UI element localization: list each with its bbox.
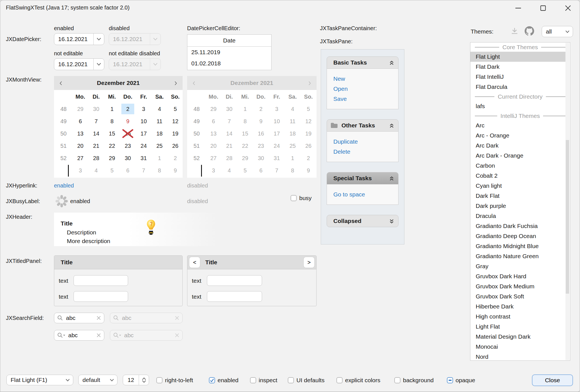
- theme-list-item[interactable]: Material Design Dark: [470, 332, 570, 342]
- calendar-day[interactable]: 30: [88, 103, 104, 115]
- theme-list-item[interactable]: Flat IntelliJ: [470, 72, 570, 82]
- busy-checkbox-box[interactable]: [291, 195, 297, 201]
- theme-list-item[interactable]: Gradianto Deep Ocean: [470, 231, 570, 241]
- theme-list-item[interactable]: Arc Dark: [470, 141, 570, 151]
- github-button[interactable]: [523, 25, 536, 37]
- task-link[interactable]: New: [327, 74, 398, 84]
- checkbox-background[interactable]: background: [394, 377, 434, 384]
- calendar-day[interactable]: 16: [120, 127, 136, 140]
- calendar-day[interactable]: 30: [120, 152, 136, 164]
- calendar-day[interactable]: 9: [168, 164, 183, 177]
- theme-list-item[interactable]: Flat Dark: [470, 62, 570, 72]
- theme-list-item[interactable]: Gradianto Midnight Blue: [470, 241, 570, 251]
- calendar-day[interactable]: 12: [168, 115, 183, 127]
- calendar-day[interactable]: 7: [136, 164, 152, 177]
- busy-checkbox[interactable]: busy: [291, 195, 312, 201]
- titled-panel-prev-button[interactable]: <: [189, 257, 200, 268]
- checkbox-opaque[interactable]: opaque: [447, 377, 475, 384]
- theme-list-item[interactable]: Monocai: [470, 342, 570, 352]
- prev-month-button[interactable]: [57, 80, 65, 87]
- checkbox-explicit-colors[interactable]: explicit colors: [336, 377, 380, 384]
- datepicker-dropdown-button[interactable]: [93, 59, 104, 70]
- calendar-day[interactable]: 6: [120, 164, 136, 177]
- date-table-row[interactable]: 25.11.2019: [187, 47, 271, 58]
- calendar-day[interactable]: 1: [152, 152, 168, 164]
- calendar-day[interactable]: 20: [72, 140, 88, 152]
- download-themes-button[interactable]: [508, 25, 521, 37]
- checkbox-inspect[interactable]: inspect: [250, 377, 277, 384]
- task-link[interactable]: Duplicate: [327, 137, 398, 147]
- theme-list-item[interactable]: Gruvbox Dark Medium: [470, 281, 570, 291]
- theme-list-item[interactable]: Dark Flat: [470, 191, 570, 201]
- theme-list-item[interactable]: Light Flat: [470, 322, 570, 332]
- task-link[interactable]: Go to space: [327, 189, 398, 199]
- text-field[interactable]: [74, 275, 128, 286]
- theme-list-item[interactable]: Cobalt 2: [470, 171, 570, 181]
- calendar-day[interactable]: 6: [72, 115, 88, 127]
- theme-list-item[interactable]: Gradianto Nature Green: [470, 251, 570, 261]
- calendar-day[interactable]: 28: [88, 152, 104, 164]
- calendar-day[interactable]: 4: [88, 164, 104, 177]
- theme-list-item[interactable]: Hiberbee Dark: [470, 301, 570, 312]
- search-value[interactable]: abc: [66, 315, 96, 321]
- maximize-button[interactable]: [534, 3, 552, 14]
- titled-panel-next-button[interactable]: >: [304, 257, 314, 268]
- checkbox-background-box[interactable]: [394, 377, 400, 383]
- datepicker-field[interactable]: 16.12.2021: [54, 33, 104, 45]
- next-month-button[interactable]: [172, 80, 179, 87]
- checkbox-explicit-colors-box[interactable]: [336, 377, 343, 383]
- search-field[interactable]: abc: [54, 313, 104, 323]
- checkbox-inspect-box[interactable]: [250, 377, 256, 383]
- checkbox-enabled[interactable]: enabled: [209, 377, 239, 384]
- calendar-day[interactable]: 29: [104, 152, 120, 164]
- search-dropdown-icon[interactable]: [57, 332, 65, 338]
- date-table-row[interactable]: 01.02.2018: [187, 58, 271, 69]
- calendar-day[interactable]: 14: [88, 127, 104, 140]
- theme-list-item[interactable]: Gray: [470, 261, 570, 271]
- theme-list-item[interactable]: lafs: [470, 101, 570, 111]
- calendar-day[interactable]: 3: [136, 103, 152, 115]
- calendar-day[interactable]: 7: [88, 115, 104, 127]
- theme-list-item[interactable]: Dark purple: [470, 201, 570, 211]
- task-link[interactable]: Open: [327, 84, 398, 94]
- taskpane-header[interactable]: Special Tasks: [327, 172, 399, 184]
- checkbox-ui-defaults[interactable]: UI defaults: [288, 377, 324, 384]
- theme-list-item[interactable]: High contrast: [470, 312, 570, 322]
- calendar-day[interactable]: 2: [168, 152, 183, 164]
- theme-list-item[interactable]: Dracula: [470, 211, 570, 221]
- theme-list-item[interactable]: Arc - Orange: [470, 130, 570, 141]
- taskpane-header[interactable]: Other Tasks: [327, 119, 399, 132]
- font-size-spinner[interactable]: 12: [123, 375, 149, 385]
- task-link[interactable]: Delete: [327, 147, 398, 157]
- calendar-day[interactable]: 15: [104, 127, 120, 140]
- themes-filter-combo[interactable]: all: [542, 26, 573, 37]
- monthview-enabled[interactable]: Dezember 2021 Mo.Di.Mi.Do.Fr.Sa.So.48293…: [54, 76, 183, 178]
- calendar-day[interactable]: 3: [72, 164, 88, 177]
- search-field[interactable]: abc: [54, 330, 104, 341]
- themes-list[interactable]: Core ThemesFlat LightFlat DarkFlat Intel…: [470, 42, 570, 361]
- calendar-day[interactable]: 4: [152, 103, 168, 115]
- taskpane-header[interactable]: Basic Tasks: [327, 56, 399, 69]
- datepicker-dropdown-button[interactable]: [93, 34, 104, 45]
- calendar-day[interactable]: 23: [120, 140, 136, 152]
- hyperlink-enabled[interactable]: enabled: [54, 182, 74, 189]
- calendar-day[interactable]: 29: [72, 103, 88, 115]
- spinner-buttons[interactable]: [139, 375, 149, 385]
- theme-list-item[interactable]: Gradianto Dark Fuchsia: [470, 221, 570, 231]
- calendar-day[interactable]: 22: [104, 140, 120, 152]
- calendar-day[interactable]: 13: [72, 127, 88, 140]
- calendar-day[interactable]: 25: [152, 140, 168, 152]
- calendar-day[interactable]: 8: [152, 164, 168, 177]
- calendar-day[interactable]: 17: [136, 127, 152, 140]
- datepicker-value[interactable]: 16.12.2021: [54, 61, 93, 68]
- calendar-day[interactable]: 24: [136, 140, 152, 152]
- calendar-day[interactable]: 1: [104, 103, 120, 115]
- calendar-day[interactable]: 10: [136, 115, 152, 127]
- scrollbar-thumb[interactable]: [566, 140, 569, 294]
- scrollbar[interactable]: [565, 43, 569, 360]
- theme-list-item[interactable]: Cyan light: [470, 181, 570, 191]
- text-field[interactable]: [207, 291, 262, 302]
- calendar-day[interactable]: 21: [88, 140, 104, 152]
- text-field[interactable]: [207, 275, 262, 286]
- checkbox-opaque-box[interactable]: [447, 377, 453, 383]
